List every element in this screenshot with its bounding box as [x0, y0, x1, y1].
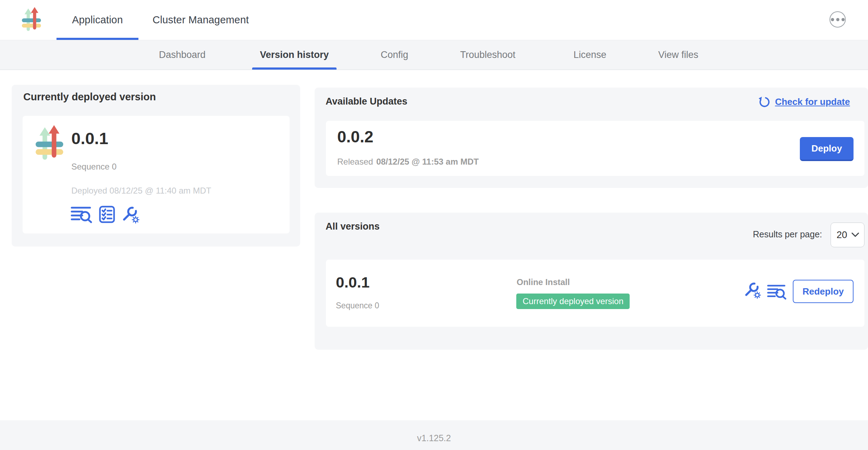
- deploy-button[interactable]: Deploy: [800, 137, 854, 161]
- results-per-page-select[interactable]: 20: [831, 223, 864, 247]
- all-versions-title: All versions: [326, 221, 380, 232]
- redeploy-button[interactable]: Redeploy: [793, 280, 854, 303]
- deployed-version-actions: [71, 205, 140, 224]
- app-logo-icon: [35, 124, 64, 162]
- main-content: Currently deployed version 0.0.1 Sequenc…: [0, 70, 868, 420]
- row-sequence: Sequence 0: [336, 301, 379, 310]
- subnav-tab-view-files[interactable]: View files: [658, 40, 698, 70]
- currently-deployed-title: Currently deployed version: [23, 91, 156, 103]
- subnav-tab-version-history[interactable]: Version history: [260, 40, 329, 70]
- top-nav: Application Cluster Management: [0, 0, 868, 40]
- refresh-icon: [758, 95, 771, 108]
- edit-config-icon[interactable]: [121, 205, 140, 224]
- top-tab-cluster-management-label: Cluster Management: [153, 14, 249, 26]
- currently-deployed-version-panel: 0.0.1 Sequence 0 Deployed 08/12/25 @ 11:…: [23, 116, 290, 233]
- ellipsis-icon: [831, 18, 834, 21]
- update-version-number: 0.0.2: [337, 127, 373, 146]
- released-prefix: Released: [337, 157, 373, 166]
- results-per-page-label: Results per page:: [753, 229, 822, 239]
- subnav-tab-license[interactable]: License: [573, 40, 606, 70]
- page-footer: v1.125.2: [0, 420, 868, 450]
- top-tab-cluster-management[interactable]: Cluster Management: [150, 0, 252, 40]
- subnav-tab-dashboard[interactable]: Dashboard: [159, 40, 206, 70]
- deployed-version-number: 0.0.1: [71, 129, 108, 148]
- subnav-tab-config[interactable]: Config: [381, 40, 408, 70]
- available-updates-title: Available Updates: [326, 96, 408, 107]
- deployed-timestamp: Deployed 08/12/25 @ 11:40 am MDT: [71, 186, 211, 196]
- top-tab-application[interactable]: Application: [57, 0, 138, 40]
- version-row: 0.0.1 Sequence 0 Online Install Currentl…: [326, 260, 864, 327]
- currently-deployed-badge: Currently deployed version: [516, 294, 630, 309]
- results-per-page-value: 20: [837, 230, 847, 241]
- top-tab-application-label: Application: [72, 14, 123, 26]
- released-date: 08/12/25 @ 11:53 am MDT: [376, 157, 478, 166]
- row-version-number: 0.0.1: [336, 274, 370, 291]
- chevron-down-icon: [851, 232, 859, 237]
- check-for-update-label: Check for update: [775, 96, 850, 107]
- subnav-tab-troubleshoot[interactable]: Troubleshoot: [460, 40, 516, 70]
- preflight-checks-icon[interactable]: [99, 206, 115, 223]
- edit-config-icon[interactable]: [744, 281, 761, 299]
- currently-deployed-card: Currently deployed version 0.0.1 Sequenc…: [12, 85, 300, 247]
- check-for-update-link[interactable]: Check for update: [758, 95, 850, 108]
- app-subnav: Dashboard Version history Config Trouble…: [0, 40, 868, 70]
- available-updates-card: Available Updates Check for update 0.0.2…: [315, 88, 868, 188]
- row-install-type: Online Install: [517, 277, 570, 287]
- deploy-logs-icon[interactable]: [767, 284, 787, 300]
- all-versions-card: All versions Results per page: 20 0.0.1 …: [315, 213, 868, 350]
- kots-admin-console: Application Cluster Management Dashboard…: [0, 0, 868, 450]
- app-logo-icon: [21, 6, 42, 33]
- deploy-logs-icon[interactable]: [71, 206, 93, 223]
- deployed-sequence: Sequence 0: [71, 162, 117, 172]
- overflow-menu-button[interactable]: [830, 11, 846, 28]
- console-version-label: v1.125.2: [417, 433, 451, 443]
- update-released-timestamp: Released08/12/25 @ 11:53 am MDT: [337, 157, 479, 167]
- available-update-row: 0.0.2 Released08/12/25 @ 11:53 am MDT De…: [326, 121, 864, 176]
